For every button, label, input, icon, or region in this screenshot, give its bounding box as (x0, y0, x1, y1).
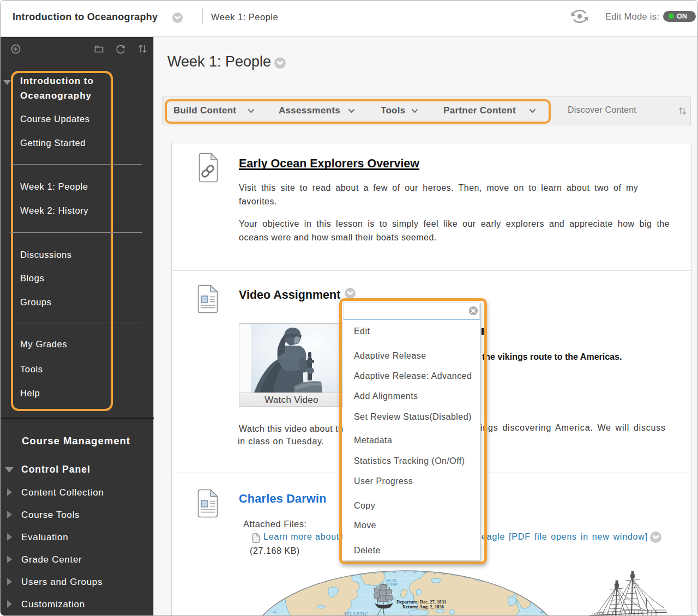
svg-text:160: 160 (489, 579, 494, 583)
svg-text:80: 80 (491, 575, 495, 578)
svg-text:OCEAN: OCEAN (386, 582, 398, 586)
svg-text:ATLANTIC: ATLANTIC (343, 612, 369, 616)
svg-text:Return: Aug. 2, 1836: Return: Aug. 2, 1836 (402, 604, 444, 609)
svg-text:ARCTIC: ARCTIC (385, 578, 398, 582)
svg-text:160: 160 (314, 579, 318, 583)
svg-text:60: 60 (272, 591, 275, 594)
svg-text:40: 40 (273, 611, 276, 614)
svg-text:60: 60 (302, 583, 305, 587)
